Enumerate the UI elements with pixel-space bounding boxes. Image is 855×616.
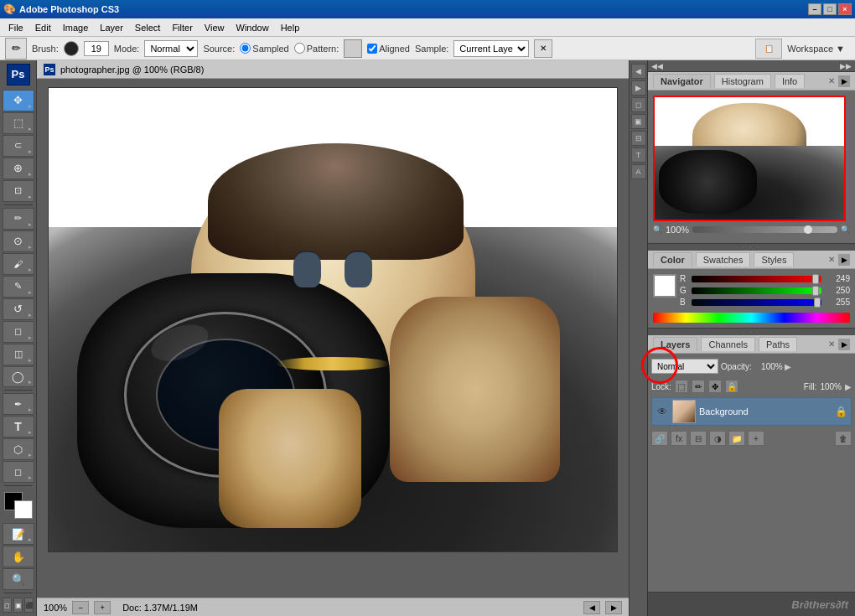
tool-shape[interactable]: ◻▸ [3, 461, 34, 483]
delete-layer-btn[interactable]: 🗑 [835, 431, 852, 446]
minimize-button[interactable]: – [808, 3, 821, 15]
menu-window[interactable]: Window [231, 21, 274, 34]
tool-path-select[interactable]: ⬡▸ [3, 438, 34, 460]
panel-btn-2[interactable]: ▣ [631, 114, 646, 129]
workspace-icon[interactable]: 📋 [755, 39, 782, 59]
tool-move[interactable]: ✥▸ [3, 90, 34, 111]
scroll-left-btn[interactable]: ◀ [583, 601, 600, 614]
color-foreground-box[interactable] [653, 274, 676, 298]
brush-preview[interactable] [64, 41, 79, 56]
panel-toggle-btn-1[interactable]: ◀ [631, 64, 646, 79]
zoom-in-btn[interactable]: + [94, 601, 111, 614]
tab-navigator[interactable]: Navigator [653, 74, 711, 88]
r-slider[interactable] [692, 276, 821, 282]
panel-toggle-btn-2[interactable]: ▶ [631, 80, 646, 96]
tab-layers[interactable]: Layers [653, 337, 697, 351]
layers-close-btn[interactable]: ✕ [828, 339, 835, 349]
color-options-btn[interactable]: ▶ [838, 254, 850, 266]
tool-brush[interactable]: 🖌▸ [3, 253, 34, 275]
menu-file[interactable]: File [3, 21, 28, 34]
opacity-arrow[interactable]: ▶ [785, 362, 791, 371]
tool-hand[interactable]: ✋ [3, 546, 34, 567]
navigator-close-btn[interactable]: ✕ [828, 76, 835, 85]
panels-collapse-right[interactable]: ▶▶ [840, 62, 852, 70]
tool-text[interactable]: T▸ [3, 416, 34, 437]
tab-histogram[interactable]: Histogram [714, 74, 771, 88]
tab-info[interactable]: Info [775, 74, 805, 88]
tool-history[interactable]: ↺▸ [3, 298, 34, 320]
color-close-btn[interactable]: ✕ [828, 255, 835, 264]
tool-notes[interactable]: 📝▸ [3, 523, 34, 545]
sample-select[interactable]: Current Layer All Layers [453, 40, 529, 57]
layers-options-btn[interactable]: ▶ [838, 339, 850, 350]
tool-zoom[interactable]: 🔍 [3, 568, 34, 590]
tab-paths[interactable]: Paths [759, 337, 797, 351]
tool-crop[interactable]: ⊡▸ [3, 180, 34, 202]
resize-handle-1[interactable]: · · · [648, 244, 855, 251]
tool-eraser[interactable]: ◻▸ [3, 321, 34, 343]
color-panel-content: R 249 G 250 [648, 269, 855, 328]
fill-arrow[interactable]: ▶ [845, 382, 852, 391]
new-fill-adj-btn[interactable]: ◑ [709, 431, 726, 446]
b-slider[interactable] [692, 299, 821, 306]
lock-position-btn[interactable]: ✥ [708, 380, 722, 393]
panels-collapse-left[interactable]: ◀◀ [651, 62, 663, 70]
layer-mask-btn[interactable]: ⊟ [690, 431, 707, 446]
screen-mode-full[interactable]: ⬛ [24, 598, 34, 613]
g-slider[interactable] [692, 287, 821, 294]
layer-styles-btn[interactable]: fx [671, 431, 687, 446]
tool-quick-select[interactable]: ⊕▸ [3, 158, 34, 179]
panel-btn-1[interactable]: ◻ [631, 97, 646, 112]
panel-btn-5[interactable]: A [631, 164, 646, 179]
tool-pen[interactable]: ✒▸ [3, 393, 34, 415]
new-group-btn[interactable]: 📁 [728, 431, 745, 446]
zoom-out-btn[interactable]: – [72, 601, 89, 614]
pattern-radio[interactable] [294, 43, 305, 54]
scroll-right-btn[interactable]: ▶ [605, 601, 622, 614]
color-spectrum-bar[interactable] [653, 313, 850, 323]
tool-eyedropper[interactable]: ✏▸ [3, 208, 34, 230]
layers-blend-mode-select[interactable]: Normal Multiply [651, 359, 718, 374]
cancel-sample-btn[interactable]: ✕ [534, 39, 552, 58]
mode-select[interactable]: Normal Multiply Screen [144, 40, 198, 57]
background-color[interactable] [14, 500, 33, 519]
panel-btn-4[interactable]: T [631, 148, 646, 163]
panel-btn-3[interactable]: ⊟ [631, 131, 646, 146]
tab-channels[interactable]: Channels [701, 337, 754, 351]
tool-gradient[interactable]: ◫▸ [3, 344, 34, 365]
screen-mode-full-menu[interactable]: ▣ [13, 598, 23, 613]
tab-styles[interactable]: Styles [754, 252, 794, 267]
menu-image[interactable]: Image [58, 21, 94, 34]
tool-spot-heal[interactable]: ⊙▸ [3, 230, 34, 252]
menu-edit[interactable]: Edit [30, 21, 56, 34]
tab-color[interactable]: Color [653, 252, 692, 267]
menu-help[interactable]: Help [276, 21, 305, 34]
maximize-button[interactable]: □ [823, 3, 837, 15]
tool-dodge[interactable]: ◯▸ [3, 366, 34, 388]
tool-marquee[interactable]: ⬚▸ [3, 112, 34, 134]
screen-mode-normal[interactable]: ◻ [3, 598, 12, 613]
layer-visibility-toggle[interactable]: 👁 [656, 405, 669, 418]
resize-handle-2[interactable]: · · · [648, 329, 855, 335]
lock-pixels-btn[interactable]: ✏ [692, 380, 705, 393]
aligned-checkbox[interactable] [367, 44, 377, 54]
link-layers-btn[interactable]: 🔗 [651, 431, 668, 446]
menu-filter[interactable]: Filter [167, 21, 197, 34]
new-layer-btn[interactable]: + [748, 431, 764, 446]
menu-view[interactable]: View [200, 21, 230, 34]
workspace-button[interactable]: Navigator Workspace ▼ [782, 42, 850, 55]
pattern-swatch[interactable] [344, 39, 362, 58]
tool-lasso[interactable]: ⊂▸ [3, 135, 34, 157]
layer-row-background[interactable]: 👁 Background 🔒 [651, 397, 852, 426]
sampled-radio[interactable] [240, 43, 251, 54]
tab-swatches[interactable]: Swatches [696, 252, 751, 267]
zoom-slider[interactable] [692, 226, 837, 233]
close-button[interactable]: × [838, 3, 852, 15]
menu-select[interactable]: Select [130, 21, 166, 34]
brush-size-input[interactable]: 19 [84, 41, 109, 56]
lock-transparent-btn[interactable]: ⬚ [675, 380, 688, 393]
lock-all-btn[interactable]: 🔒 [725, 380, 738, 393]
navigator-options-btn[interactable]: ▶ [838, 75, 850, 87]
menu-layer[interactable]: Layer [95, 21, 128, 34]
tool-clone[interactable]: ✎▸ [3, 276, 34, 298]
